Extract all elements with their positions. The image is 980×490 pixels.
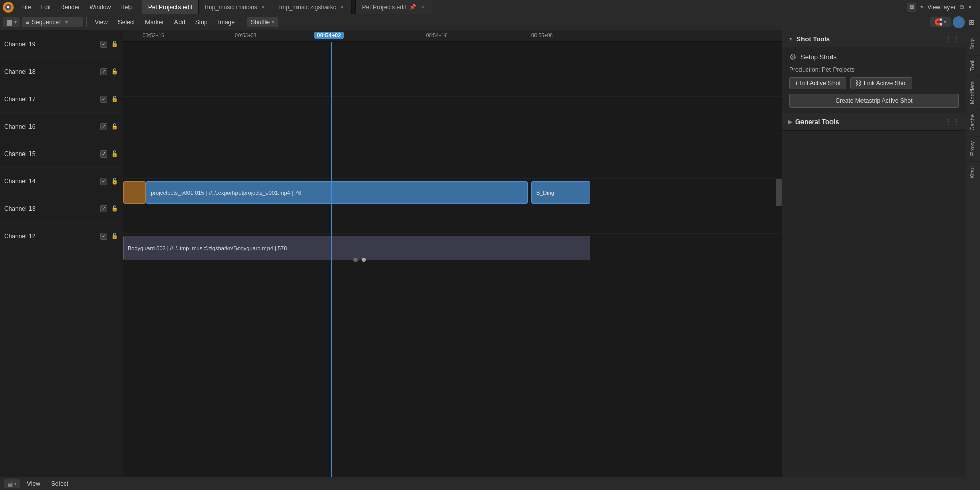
viewlayer-copy-icon[interactable]: ⧉ [960, 4, 964, 11]
side-tab-modifiers[interactable]: Modifiers [966, 76, 980, 109]
sequencer-dropdown[interactable]: ≡ Sequencer ▾ [22, 17, 83, 27]
channel-visibility-check[interactable] [100, 150, 107, 158]
channel-name: Channel 12 [4, 233, 96, 240]
channel-visibility-check[interactable] [100, 233, 107, 240]
clip-strip-gray[interactable]: Bodyguard.002 | //..\.tmp_music\zigshark… [123, 236, 590, 260]
viewport-expand-button[interactable]: ⊞ [967, 18, 977, 26]
shot-tools-section: ▼ Shot Tools ⋮⋮ ⚙ Setup Shots Production… [782, 30, 966, 113]
channel-row-19: Channel 19 🔓 [0, 30, 123, 58]
workspace-selector[interactable]: ▤ ▾ [3, 17, 20, 27]
channel-visibility-check[interactable] [100, 205, 107, 212]
tab-pet-projects-edit-1[interactable]: Pet Projects edit [142, 0, 199, 14]
menu-help[interactable]: Help [116, 3, 137, 12]
bottom-view-menu[interactable]: View [23, 479, 44, 488]
channel-lock[interactable]: 🔓 [111, 150, 118, 158]
panel-options-dots-2[interactable]: ⋮⋮ [945, 117, 960, 126]
shot-tools-header[interactable]: ▼ Shot Tools ⋮⋮ [782, 30, 966, 47]
tab-pet-projects-edit-2[interactable]: Pet Projects edit 📌 × [356, 0, 432, 14]
timeline-row-18 [123, 69, 782, 97]
side-tab-strip[interactable]: Strip [966, 33, 980, 55]
timeline-row-14: projectpets_v001.015 | //..\.export\petp… [123, 179, 782, 206]
close-icon[interactable]: × [420, 4, 426, 10]
setup-shots-icon: ⚙ [789, 52, 796, 62]
link-active-shot-button[interactable]: ⛓ Link Active Shot [850, 77, 913, 89]
setup-shots-label: Setup Shots [800, 53, 837, 61]
channel-lock[interactable]: 🔓 [111, 123, 118, 130]
channel-row-12: Channel 12 🔓 [0, 223, 123, 250]
side-tab-proxy[interactable]: Proxy [966, 136, 980, 161]
menu-render[interactable]: Render [56, 3, 84, 12]
channel-name: Channel 15 [4, 150, 96, 158]
toolbar-separator [86, 17, 87, 27]
channel-row-14: Channel 14 🔓 [0, 168, 123, 195]
side-tab-kitsu[interactable]: Kitsu [966, 161, 980, 183]
menu-file[interactable]: File [17, 3, 35, 12]
bottom-workspace-icon[interactable]: ▤ ▾ [4, 479, 20, 488]
close-icon[interactable]: × [339, 4, 345, 10]
timeline-area: 00:52+16 00:53+08 00:54+02 00:54+16 00:5… [123, 30, 782, 477]
menu-edit[interactable]: Edit [36, 3, 55, 12]
snap-button[interactable]: 🧲 ▾ [930, 17, 951, 27]
shuffle-dropdown[interactable]: Shuffle ▾ [247, 17, 278, 27]
viewlayer-dropdown-arrow[interactable]: ▾ [920, 4, 923, 10]
side-tab-tool[interactable]: Tool [966, 55, 980, 76]
add-menu[interactable]: Add [170, 18, 189, 27]
channel-lock[interactable]: 🔓 [111, 233, 118, 240]
channel-lock[interactable]: 🔓 [111, 41, 118, 48]
shot-buttons-row: + Init Active Shot ⛓ Link Active Shot [789, 77, 959, 89]
timeline-row-12: Bodyguard.002 | //..\.tmp_music\zigshark… [123, 234, 782, 264]
channel-visibility-check[interactable] [100, 123, 107, 130]
clip-strip-blue-main[interactable]: projectpets_v001.015 | //..\.export\petp… [146, 181, 528, 204]
channel-visibility-check[interactable] [100, 41, 107, 48]
shot-tools-collapse-arrow: ▼ [788, 36, 793, 42]
sequencer-arrow: ▾ [65, 19, 68, 25]
top-menu-bar: File Edit Render Window Help Pet Project… [0, 0, 980, 14]
clip-strip-orange[interactable] [123, 181, 146, 204]
timecode-ruler: 00:52+16 00:53+08 00:54+02 00:54+16 00:5… [123, 30, 782, 42]
blender-logo[interactable] [2, 1, 14, 13]
marker-menu[interactable]: Marker [141, 18, 168, 27]
clip-label: projectpets_v001.015 | //..\.export\petp… [151, 190, 301, 196]
image-menu[interactable]: Image [214, 18, 239, 27]
bottom-select-menu[interactable]: Select [47, 479, 72, 488]
timeline-row-13 [123, 206, 782, 234]
global-button[interactable] [953, 16, 965, 28]
tab-label: Pet Projects edit [148, 4, 192, 11]
main-area: Channel 19 🔓 Channel 18 🔓 Channel 17 🔓 C… [0, 30, 980, 477]
toolbar-separator-2 [243, 17, 243, 27]
timeline-row-15 [123, 151, 782, 179]
pin-icon[interactable]: 📌 [409, 4, 417, 10]
channel-visibility-check[interactable] [100, 96, 107, 103]
right-panel: ▼ Shot Tools ⋮⋮ ⚙ Setup Shots Production… [782, 30, 980, 477]
channel-lock[interactable]: 🔓 [111, 68, 118, 75]
panel-options-dots[interactable]: ⋮⋮ [945, 35, 960, 43]
general-tools-header[interactable]: ▶ General Tools ⋮⋮ [782, 113, 966, 130]
general-tools-expand-arrow: ▶ [788, 119, 792, 125]
vertical-scrollbar-handle[interactable] [776, 179, 782, 206]
view-menu[interactable]: View [91, 18, 112, 27]
timeline-content: projectpets_v001.015 | //..\.export\petp… [123, 42, 782, 477]
timeline-row-16 [123, 124, 782, 151]
tab-label: Pet Projects edit [362, 4, 406, 11]
clip-strip-blue-right[interactable]: B_Ding [531, 181, 591, 204]
strip-menu[interactable]: Strip [191, 18, 212, 27]
close-window-icon[interactable]: × [968, 4, 972, 11]
workspace-arrow: ▾ [14, 19, 17, 25]
production-label: Production: Pet Projects [789, 66, 959, 73]
channel-lock[interactable]: 🔓 [111, 205, 118, 212]
init-active-shot-button[interactable]: + Init Active Shot [789, 77, 846, 89]
channel-visibility-check[interactable] [100, 68, 107, 75]
channel-lock[interactable]: 🔓 [111, 96, 118, 103]
menu-window[interactable]: Window [85, 3, 115, 12]
create-metastrip-button[interactable]: Create Metastrip Active Shot [789, 94, 959, 108]
channel-name: Channel 16 [4, 123, 96, 130]
select-menu[interactable]: Select [114, 18, 139, 27]
channel-lock[interactable]: 🔓 [111, 178, 118, 185]
channel-visibility-check[interactable] [100, 178, 107, 185]
image-editor-icon[interactable]: 🖼 [907, 3, 916, 12]
tab-tmp-music-zigsharkc[interactable]: tmp_music zigsharkc × [273, 0, 352, 14]
side-tab-cache[interactable]: Cache [966, 109, 980, 136]
snap-dropdown-arrow[interactable]: ▾ [944, 19, 946, 25]
tab-tmp-music-minions[interactable]: tmp_music minions × [199, 0, 273, 14]
close-icon[interactable]: × [260, 4, 266, 10]
